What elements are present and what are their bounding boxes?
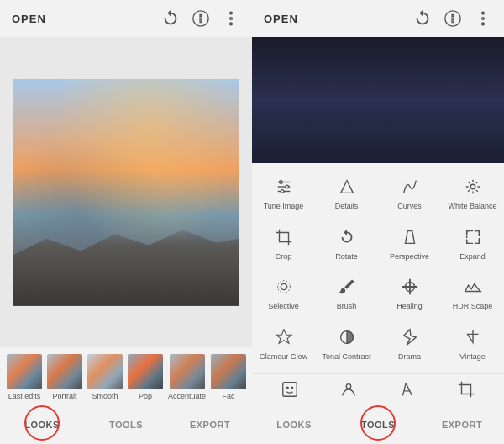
tool-drama[interactable]: Drama (378, 319, 441, 369)
tonal-contrast-icon (335, 325, 359, 349)
tool-expand-label: Expand (459, 252, 486, 262)
hdr-scape-icon (461, 275, 485, 299)
right-dark-preview (252, 37, 504, 163)
tool-curves-label: Curves (397, 202, 422, 211)
tool-brush[interactable]: Brush (315, 268, 378, 319)
svg-point-10 (285, 186, 288, 189)
thumb-img-smooth (87, 354, 123, 389)
tool-tune-image-label: Tune Image (264, 202, 304, 211)
glamour-glow-icon (272, 325, 296, 349)
tool-perspective-label: Perspective (390, 252, 429, 262)
svg-point-1 (230, 18, 233, 20)
svg-point-17 (277, 281, 290, 293)
brush-icon (335, 275, 359, 299)
thumb-accentuate[interactable]: Accentuate (168, 354, 206, 400)
thumb-label-last-edits: Last edits (8, 392, 41, 400)
tool-vintage[interactable]: Vintage (441, 319, 504, 369)
tool-glamour-glow[interactable]: Glamour Glow (252, 319, 315, 369)
right-topbar: OPEN (252, 0, 504, 37)
vintage-icon (461, 325, 485, 349)
main-photo (13, 79, 239, 306)
main-image-area (0, 37, 252, 347)
tool-selective-label: Selective (268, 302, 299, 311)
thumb-label-fac: Fac (223, 392, 235, 400)
thumbnails-row: Last edits Portrait Smooth Pop Accentuat… (0, 347, 252, 404)
right-bottom-nav: LOOKS TOOLS EXPORT (252, 404, 504, 444)
healing-icon (398, 275, 422, 299)
left-nav-export[interactable]: EXPORT (168, 404, 252, 444)
tools-grid: Tune Image Details Curves White Balance (252, 163, 504, 373)
thumb-label-smooth: Smooth (92, 392, 118, 400)
right-topbar-icons (413, 9, 492, 28)
right-rotate-icon[interactable] (413, 9, 432, 28)
left-more-icon[interactable] (222, 9, 240, 28)
tool-brush-label: Brush (337, 302, 357, 311)
tool-glamour-label: Glamour Glow (260, 352, 308, 362)
tool-selective[interactable]: Selective (252, 268, 315, 319)
left-info-icon[interactable] (192, 9, 210, 28)
tool-tune-image[interactable]: Tune Image (252, 168, 315, 219)
svg-point-11 (281, 190, 284, 193)
left-title: OPEN (12, 13, 161, 25)
style-tool-icon[interactable] (337, 378, 360, 401)
perspective-icon (398, 225, 422, 249)
left-panel: OPEN Last edits Portrait Smooth (0, 0, 252, 444)
right-nav-looks[interactable]: LOOKS (252, 404, 336, 444)
svg-marker-19 (465, 284, 480, 292)
svg-point-9 (279, 181, 282, 184)
tool-rotate-label: Rotate (335, 252, 358, 262)
right-nav-tools[interactable]: TOOLS (336, 404, 420, 444)
crop-icon (272, 225, 296, 249)
tool-crop-label: Crop (276, 252, 292, 262)
tool-perspective[interactable]: Perspective (378, 219, 441, 269)
tool-crop[interactable]: Crop (252, 219, 315, 269)
thumb-img-fac (211, 354, 246, 389)
tool-expand[interactable]: Expand (441, 219, 504, 269)
thumb-img-portrait (47, 354, 82, 389)
left-nav-looks[interactable]: LOOKS (0, 404, 84, 444)
svg-point-0 (230, 12, 233, 14)
thumb-img-pop (128, 354, 163, 389)
tool-hdr-scape[interactable]: HDR Scape (441, 268, 504, 319)
svg-point-23 (291, 387, 293, 388)
right-info-icon[interactable] (444, 9, 462, 28)
svg-rect-21 (283, 382, 297, 396)
crop2-tool-icon[interactable] (454, 378, 478, 401)
svg-point-3 (482, 12, 485, 14)
tool-details[interactable]: Details (315, 168, 378, 219)
left-rotate-icon[interactable] (161, 9, 180, 28)
thumb-label-portrait: Portrait (52, 392, 76, 400)
svg-point-16 (281, 284, 286, 290)
tool-vintage-label: Vintage (459, 352, 485, 362)
tool-curves[interactable]: Curves (378, 168, 441, 219)
thumb-pop[interactable]: Pop (128, 354, 163, 400)
tool-drama-label: Drama (398, 352, 421, 362)
fx-tool-icon[interactable] (396, 378, 419, 401)
right-title: OPEN (264, 13, 413, 25)
thumb-smooth[interactable]: Smooth (87, 354, 123, 400)
face-tool-icon[interactable] (278, 378, 302, 401)
tool-healing[interactable]: Healing (378, 268, 441, 319)
right-more-icon[interactable] (474, 9, 492, 28)
svg-point-22 (286, 387, 288, 388)
thumb-last-edits[interactable]: Last edits (7, 354, 42, 400)
svg-point-24 (346, 383, 351, 388)
thumb-label-accentuate: Accentuate (168, 392, 206, 400)
thumb-portrait[interactable]: Portrait (47, 354, 82, 400)
tool-rotate[interactable]: Rotate (315, 219, 378, 269)
tool-tonal-label: Tonal Contrast (322, 352, 370, 362)
tool-tonal-contrast[interactable]: Tonal Contrast (315, 319, 378, 369)
left-topbar-icons (161, 9, 240, 28)
tool-details-label: Details (335, 202, 359, 211)
thumb-fac[interactable]: Fac (211, 354, 246, 400)
svg-rect-15 (466, 231, 479, 244)
tool-wb-label: White Balance (448, 202, 496, 211)
selective-icon (272, 275, 296, 299)
right-image-area (252, 37, 504, 163)
left-nav-tools[interactable]: TOOLS (84, 404, 168, 444)
right-nav-export[interactable]: EXPORT (420, 404, 504, 444)
tool-white-balance[interactable]: White Balance (441, 168, 504, 219)
svg-point-13 (470, 185, 475, 190)
right-panel: OPEN Tune Image (252, 0, 504, 444)
rotate-tool-icon (335, 225, 359, 249)
